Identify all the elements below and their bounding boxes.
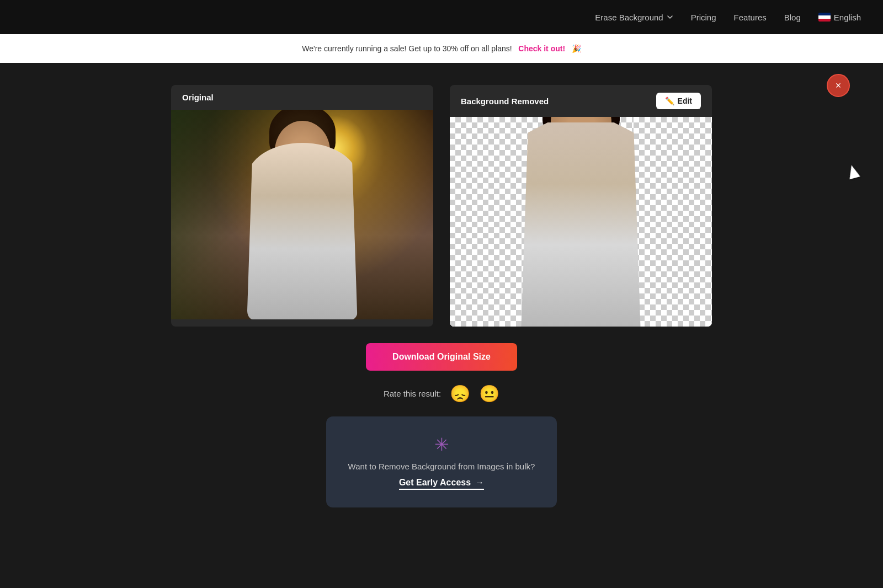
bulk-description: Want to Remove Background from Images in… (348, 462, 535, 471)
mouse-cursor (848, 165, 861, 183)
cutout-bg-left (450, 117, 529, 327)
bulk-section: ✳ Want to Remove Background from Images … (326, 416, 557, 507)
removed-label: Background Removed (461, 97, 549, 106)
rating-section: Rate this result: 😞 😐 (384, 384, 499, 403)
original-image (171, 110, 433, 319)
nav-erase-background[interactable]: Erase Background (595, 13, 673, 22)
nav-pricing[interactable]: Pricing (691, 13, 716, 22)
edit-button[interactable]: ✏️ Edit (656, 93, 701, 109)
download-button-label: Download Original Size (392, 352, 491, 361)
cutout-body (515, 122, 647, 327)
sale-banner: We're currently running a sale! Get up t… (0, 34, 883, 63)
original-label: Original (182, 93, 214, 102)
person-body (247, 143, 358, 319)
nav-blog-label: Blog (784, 13, 801, 22)
nav-pricing-label: Pricing (691, 13, 716, 22)
edit-button-label: Edit (678, 97, 692, 105)
sale-banner-link[interactable]: Check it out! (518, 44, 565, 53)
original-photo (171, 110, 433, 319)
nav-language-label: English (834, 13, 861, 22)
nav-features-label: Features (734, 13, 767, 22)
navbar: Erase Background Pricing Features Blog E… (0, 0, 883, 34)
sale-banner-text: We're currently running a sale! Get up t… (302, 44, 512, 53)
early-access-label: Get Early Access (399, 478, 471, 488)
bulk-icon: ✳ (348, 434, 535, 455)
download-section: Download Original Size Rate this result:… (326, 343, 557, 507)
original-panel: Original (171, 85, 433, 327)
removed-panel-header: Background Removed ✏️ Edit (450, 85, 712, 117)
nav-features[interactable]: Features (734, 13, 767, 22)
pencil-icon: ✏️ (665, 97, 674, 105)
cutout-bg-right (634, 117, 712, 327)
rating-label: Rate this result: (384, 389, 441, 398)
nav-language[interactable]: English (818, 13, 861, 22)
removed-panel: Background Removed ✏️ Edit (450, 85, 712, 327)
nav-erase-background-label: Erase Background (595, 13, 663, 22)
close-button[interactable]: × (827, 74, 850, 97)
removed-image (450, 117, 712, 327)
sale-banner-emoji: 🎉 (572, 44, 581, 53)
early-access-link[interactable]: Get Early Access → (399, 478, 484, 490)
chevron-down-icon (667, 14, 673, 20)
main-content: × Original Background Removed (0, 63, 883, 541)
close-icon: × (836, 80, 842, 92)
nav-blog[interactable]: Blog (784, 13, 801, 22)
flag-icon-uk (818, 13, 831, 22)
rating-bad-emoji[interactable]: 😞 (450, 384, 470, 403)
original-panel-header: Original (171, 85, 433, 110)
removed-photo (450, 117, 712, 327)
download-button[interactable]: Download Original Size (366, 343, 517, 371)
image-comparison: Original Background Removed ✏️ Edit (171, 85, 712, 327)
early-access-arrow: → (475, 478, 484, 488)
rating-neutral-emoji[interactable]: 😐 (479, 384, 499, 403)
